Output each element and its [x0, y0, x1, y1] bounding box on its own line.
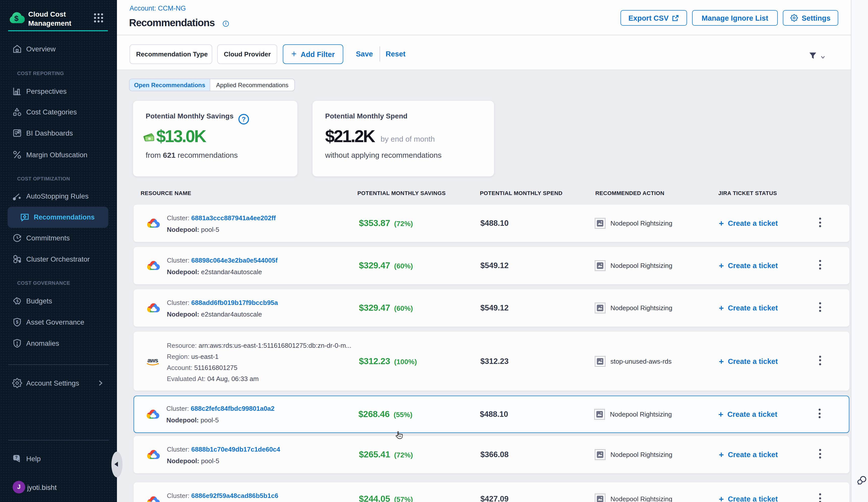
svg-text:$: $ — [16, 320, 18, 325]
svg-text:$: $ — [17, 299, 19, 303]
svg-text:?: ? — [15, 456, 18, 460]
svg-text:aws: aws — [147, 357, 158, 363]
svg-text:$: $ — [14, 14, 19, 22]
